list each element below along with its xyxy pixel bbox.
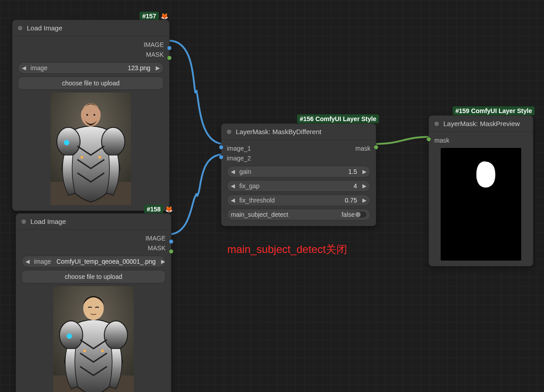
gain-widget[interactable]: ◀ gain 1.5 ▶ [227,166,370,177]
input-port-image1[interactable] [219,145,224,150]
choose-file-label: choose file to upload [62,80,119,87]
next-arrow-icon[interactable]: ▶ [160,258,166,265]
node-mask-by-different[interactable]: LayerMask: MaskByDifferent image_1 image… [221,123,376,226]
svg-point-8 [98,156,101,159]
prev-arrow-icon[interactable]: ◀ [230,183,236,189]
param-value: false [341,211,355,218]
node-header[interactable]: LayerMask: MaskByDifferent [221,124,376,140]
svg-point-1 [195,193,199,197]
param-value: ComfyUI_temp_qeoea_00001_.png [56,258,156,265]
main-subject-detect-widget[interactable]: main_subject_detect false [227,209,370,220]
annotation-text: main_subject_detect关闭 [227,242,347,257]
image-preview [21,286,166,392]
svg-point-9 [81,103,101,126]
input-image2-label: image_2 [227,153,251,163]
svg-point-10 [86,114,88,116]
collapse-dot-icon[interactable] [227,130,231,134]
node-badge-157: #157 🦊 [140,13,168,20]
svg-point-17 [83,350,86,352]
svg-point-11 [94,114,95,116]
param-label: fix_threshold [238,197,275,204]
prev-arrow-icon[interactable]: ◀ [230,169,236,175]
svg-point-6 [64,140,69,145]
output-mask-label: MASK [21,243,166,253]
node-header[interactable]: LayerMask: MaskPreview [429,116,533,132]
node-mask-preview[interactable]: LayerMask: MaskPreview mask [429,115,533,266]
output-mask-label: mask [356,143,370,153]
node-title: LayerMask: MaskByDifferent [236,128,321,135]
input-mask-label: mask [434,135,527,145]
svg-point-16 [67,333,72,339]
choose-file-label: choose file to upload [65,273,122,280]
param-label: main_subject_detect [231,211,288,218]
output-port-image[interactable] [167,46,172,51]
node-header[interactable]: Load Image [13,20,169,36]
output-port-mask[interactable] [374,145,378,150]
param-value: 1.5 [348,168,357,175]
node-load-image-158[interactable]: Load Image IMAGE MASK ◀ image ComfyUI_te… [16,213,171,392]
next-arrow-icon[interactable]: ▶ [361,169,367,175]
output-mask-label: MASK [18,50,164,59]
output-port-mask[interactable] [169,249,174,254]
prev-arrow-icon[interactable]: ◀ [25,258,30,265]
mask-preview-image [434,148,527,261]
choose-file-button[interactable]: choose file to upload [18,76,164,90]
svg-point-0 [194,90,198,93]
output-image-label: IMAGE [18,40,164,50]
node-title: Load Image [30,218,66,225]
param-value: 0.75 [345,197,357,204]
node-badge-158: #158 🦊 [144,206,173,213]
next-arrow-icon[interactable]: ▶ [361,197,367,203]
param-value: 123.png [128,64,150,72]
param-label: gain [238,168,251,175]
toggle-switch[interactable] [355,211,366,218]
choose-file-button[interactable]: choose file to upload [21,270,166,283]
node-badge-156: #156 ComfyUI Layer Style [297,115,379,122]
collapse-dot-icon[interactable] [434,122,439,126]
next-arrow-icon[interactable]: ▶ [155,65,161,71]
collapse-dot-icon[interactable] [18,26,22,30]
image-selector[interactable]: ◀ image ComfyUI_temp_qeoea_00001_.png ▶ [21,256,166,267]
node-title: LayerMask: MaskPreview [443,120,520,127]
svg-point-18 [101,350,104,352]
param-value: 4 [353,182,357,190]
param-label: fix_gap [238,182,259,190]
collapse-dot-icon[interactable] [21,219,26,224]
image-preview [18,93,164,205]
fix-gap-widget[interactable]: ◀ fix_gap 4 ▶ [227,180,370,192]
prev-arrow-icon[interactable]: ◀ [230,197,236,203]
next-arrow-icon[interactable]: ▶ [361,183,367,189]
node-title: Load Image [27,24,62,32]
input-port-image2[interactable] [219,155,224,160]
node-load-image-157[interactable]: Load Image IMAGE MASK ◀ image 123.png ▶ … [12,20,170,211]
prev-arrow-icon[interactable]: ◀ [21,65,27,71]
output-port-image[interactable] [169,239,174,244]
input-port-mask[interactable] [426,137,431,142]
param-label: image [33,258,51,265]
output-image-label: IMAGE [21,233,166,243]
svg-point-7 [81,156,83,159]
input-image1-label: image_1 [227,143,251,153]
fix-threshold-widget[interactable]: ◀ fix_threshold 0.75 ▶ [227,194,370,206]
svg-point-5 [102,127,125,156]
image-selector[interactable]: ◀ image 123.png ▶ [18,62,164,74]
param-label: image [30,64,47,72]
node-header[interactable]: Load Image [16,214,171,230]
node-badge-159: #159 ComfyUI Layer Style [453,107,535,114]
output-port-mask[interactable] [167,55,172,60]
svg-point-15 [104,321,128,350]
